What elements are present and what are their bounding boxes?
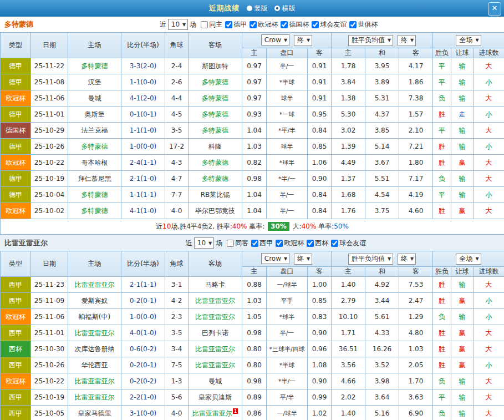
away-team[interactable]: 多特蒙德 [189, 123, 242, 139]
away-team[interactable]: 多特蒙德 [189, 74, 242, 90]
avg-stage-select[interactable]: 终 ▼ [398, 254, 416, 265]
close-icon[interactable]: ✕ [488, 2, 501, 16]
filter-checkbox[interactable]: 欧冠杯 [276, 239, 304, 248]
chevron-down-icon: ▼ [388, 256, 391, 261]
filter-checkbox[interactable]: 欧冠杯 [250, 20, 278, 29]
checkbox-input[interactable] [307, 240, 314, 247]
home-team[interactable]: 多特蒙德 [68, 187, 121, 203]
home-team[interactable]: 曼城 [68, 90, 121, 107]
score[interactable]: 3-1(0-0) [121, 406, 165, 420]
scope-select[interactable]: 全场 ▼ [456, 254, 481, 265]
home-team[interactable]: 汉堡 [68, 74, 121, 90]
checkbox-input[interactable] [312, 21, 319, 28]
away-team[interactable]: 比雷亚雷亚尔 [189, 341, 242, 357]
away-team[interactable]: 比雷亚雷亚尔 [189, 293, 242, 309]
odds-stage-select[interactable]: 终 ▼ [294, 254, 312, 265]
away-team[interactable]: 比雷亚雷亚尔 [189, 309, 242, 325]
checkbox-input[interactable] [225, 21, 232, 28]
filter-checkbox[interactable]: 同主 [201, 20, 222, 29]
score[interactable]: 3-3(2-0) [121, 58, 165, 74]
checkbox-input[interactable] [331, 240, 338, 247]
avg-stage-select[interactable]: 终 ▼ [398, 35, 416, 46]
checkbox-input[interactable] [201, 21, 208, 28]
filter-checkbox[interactable]: 西杯 [307, 239, 328, 248]
recent-count-select[interactable]: 10 ▼ [168, 19, 188, 30]
score[interactable]: 2-1(1-1) [121, 277, 165, 293]
score[interactable]: 4-1(1-0) [121, 203, 165, 219]
corner-score: 3-5 [165, 325, 189, 341]
checkbox-input[interactable] [349, 21, 357, 28]
filter-checkbox[interactable]: 德国杯 [281, 20, 309, 29]
home-team[interactable]: 多特蒙德 [68, 58, 121, 74]
score[interactable]: 1-1(1-0) [121, 123, 165, 139]
away-team[interactable]: 科隆 [189, 139, 242, 155]
away-team[interactable]: 多特蒙德 [189, 155, 242, 171]
checkbox-input[interactable] [251, 240, 258, 247]
away-team[interactable]: 毕尔巴鄂竞技 [189, 203, 242, 219]
filter-checkbox[interactable]: 同客 [227, 239, 248, 248]
score[interactable]: 0-2(0-1) [121, 293, 165, 309]
home-team[interactable]: 比雷亚雷亚尔 [68, 373, 121, 389]
filter-checkbox[interactable]: 德甲 [225, 20, 247, 29]
score[interactable]: 2-4(1-1) [121, 155, 165, 171]
filter-checkbox[interactable]: 球会友谊 [331, 239, 366, 248]
away-team[interactable]: 曼城 [189, 373, 242, 389]
home-team[interactable]: 华伦西亚 [68, 357, 121, 373]
home-team[interactable]: 皇家马德里 [68, 406, 121, 420]
away-team[interactable]: 比雷亚雷亚尔 [189, 357, 242, 373]
away-team[interactable]: 多特蒙德 [189, 171, 242, 187]
home-team[interactable]: 多特蒙德 [68, 139, 121, 155]
filter-checkbox[interactable]: 球会友谊 [312, 20, 347, 29]
score[interactable]: 0-1(0-1) [121, 107, 165, 123]
home-team[interactable]: 法兰克福 [68, 123, 121, 139]
home-team[interactable]: 多特蒙德 [68, 203, 121, 219]
checkbox-input[interactable] [250, 21, 257, 28]
away-team[interactable]: 多特蒙德 [189, 90, 242, 107]
home-team[interactable]: 比雷亚雷亚尔 [68, 277, 121, 293]
odds-source-select[interactable]: Crow ▼ [261, 34, 289, 45]
home-team[interactable]: 哥本哈根 [68, 155, 121, 171]
odds-stage-select[interactable]: 终 ▼ [294, 35, 312, 46]
score[interactable]: 4-1(2-0) [121, 90, 165, 107]
odds-away: 0.84 [308, 203, 332, 219]
score[interactable]: 4-0(1-0) [121, 325, 165, 341]
home-team[interactable]: 奥斯堡 [68, 107, 121, 123]
checkbox-input[interactable] [227, 240, 234, 247]
away-team[interactable]: 巴列卡诺 [189, 325, 242, 341]
recent-count-select[interactable]: 10 ▼ [194, 237, 214, 249]
layout-horizontal-radio[interactable]: 横版 [274, 4, 296, 13]
away-team[interactable]: 皇家贝迪斯 [189, 389, 242, 406]
away-team[interactable]: 多特蒙德 [189, 107, 242, 123]
home-team[interactable]: 拜仁慕尼黑 [68, 171, 121, 187]
home-team[interactable]: 比雷亚雷亚尔 [68, 325, 121, 341]
home-team[interactable]: 爱斯宾奴 [68, 293, 121, 309]
scope-select[interactable]: 全场 ▼ [456, 35, 481, 46]
away-team[interactable]: 比雷亚雷亚尔1 [189, 406, 242, 420]
checkbox-input[interactable] [276, 240, 283, 247]
score[interactable]: 1-1(1-1) [121, 187, 165, 203]
score[interactable]: 0-2(0-1) [121, 357, 165, 373]
odds-source-select[interactable]: Crow ▼ [261, 253, 289, 264]
score[interactable]: 1-0(0-0) [121, 309, 165, 325]
col-avg-home: 主 [332, 267, 365, 277]
home-team[interactable]: 次库达鲁册纳 [68, 341, 121, 357]
avg-odds-select[interactable]: 胜平负均值 ▼ [348, 254, 393, 265]
score[interactable]: 0-6(0-2) [121, 341, 165, 357]
filter-checkbox[interactable]: 世俱杯 [349, 20, 378, 29]
score[interactable]: 1-1(0-0) [121, 74, 165, 90]
home-team[interactable]: 比雷亚雷亚尔 [68, 389, 121, 406]
filter-checkbox[interactable]: 西甲 [251, 239, 273, 248]
layout-vertical-radio[interactable]: 竖版 [247, 4, 268, 13]
odds-away: 0.84 [308, 123, 332, 139]
avg-odds-select[interactable]: 胜平负均值 ▼ [348, 35, 393, 46]
score[interactable]: 2-1(1-0) [121, 171, 165, 187]
away-team[interactable]: RB莱比锡 [189, 187, 242, 203]
checkbox-input[interactable] [281, 21, 288, 28]
score[interactable]: 1-0(0-0) [121, 139, 165, 155]
score[interactable]: 2-2(1-0) [121, 389, 165, 406]
home-team[interactable]: 帕福斯(中) [68, 309, 121, 325]
away-team[interactable]: 马略卡 [189, 277, 242, 293]
away-team[interactable]: 斯图加特 [189, 58, 242, 74]
odds-away: 0.90 [308, 373, 332, 389]
score[interactable]: 0-2(0-2) [121, 373, 165, 389]
